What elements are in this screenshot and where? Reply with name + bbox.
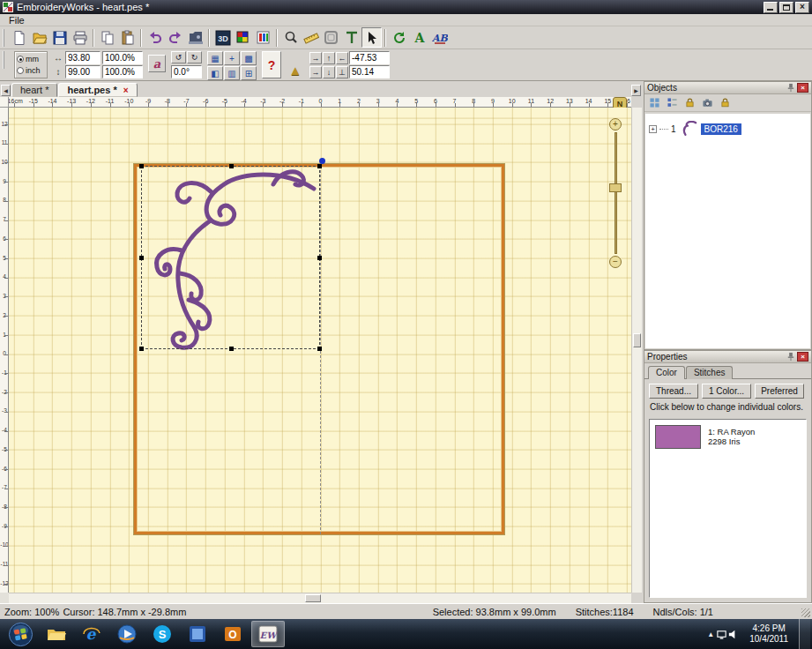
send-to-machine-button[interactable] <box>185 27 205 48</box>
align-bottom-button[interactable]: ⊥ <box>336 66 348 78</box>
selection-handle-tm[interactable] <box>229 164 234 168</box>
design-canvas[interactable]: + − <box>9 108 631 593</box>
zoom-in-button[interactable]: + <box>609 118 622 131</box>
selection-handle-tl[interactable] <box>139 164 144 168</box>
clock[interactable]: 4:26 PM 10/4/2011 <box>749 623 788 645</box>
print-button[interactable] <box>70 27 90 48</box>
color-list[interactable]: 1: RA Rayon 2298 Iris <box>649 419 807 598</box>
zoom-slider-track[interactable] <box>615 132 617 254</box>
tab-scroll-left-button[interactable]: ◀ <box>1 85 11 96</box>
open-file-button[interactable] <box>29 27 49 48</box>
grid-setup-button[interactable] <box>341 27 361 48</box>
height-input[interactable] <box>65 65 101 78</box>
color-swatch[interactable] <box>655 425 701 449</box>
list-view-button[interactable] <box>664 96 680 110</box>
undo-button[interactable] <box>145 27 165 48</box>
refresh-button[interactable] <box>389 27 409 48</box>
height-percent-input[interactable] <box>102 65 143 78</box>
objects-panel-close-button[interactable]: × <box>797 83 808 93</box>
outlook-taskbar-button[interactable]: O <box>216 621 250 647</box>
object-item-row[interactable]: + 1 BOR216 <box>649 121 810 137</box>
skype-taskbar-button[interactable]: S <box>145 621 179 647</box>
menu-file[interactable]: File <box>4 15 30 26</box>
3d-view-button[interactable]: 3D <box>212 27 233 48</box>
start-button[interactable] <box>6 620 34 648</box>
copy-button[interactable] <box>97 27 117 48</box>
position-y-input[interactable] <box>349 65 390 78</box>
horizontal-scrollbar-thumb[interactable] <box>305 594 321 602</box>
zoom-slider-handle[interactable] <box>609 183 622 192</box>
color-film-button[interactable] <box>253 27 273 48</box>
show-hidden-icons-button[interactable]: ▲ <box>705 630 716 638</box>
save-file-button[interactable] <box>49 27 70 48</box>
internet-explorer-taskbar-button[interactable]: e <box>75 621 108 647</box>
stitch-view-button[interactable]: ▦ <box>207 51 223 65</box>
position-x-input[interactable] <box>349 51 390 64</box>
vertical-scrollbar[interactable] <box>631 108 642 593</box>
expander-icon[interactable]: + <box>649 125 657 133</box>
contrast-view-button[interactable]: ◧ <box>207 66 223 80</box>
select-button[interactable] <box>361 27 382 48</box>
thread-button[interactable]: Thread... <box>649 384 698 399</box>
toolbar-grip[interactable] <box>3 29 6 47</box>
unit-inch-radio[interactable]: inch <box>17 66 45 75</box>
resize-grip[interactable] <box>801 608 810 617</box>
rotation-handle[interactable] <box>319 158 325 164</box>
explorer-taskbar-button[interactable] <box>40 621 73 647</box>
frame-view-button[interactable]: ⊞ <box>241 66 257 80</box>
network-tray-icon[interactable] <box>716 629 727 640</box>
width-input[interactable] <box>65 51 101 64</box>
selection-handle-ml[interactable] <box>139 256 144 260</box>
monogram-button[interactable]: AB <box>429 27 450 48</box>
properties-panel-close-button[interactable]: × <box>797 352 808 362</box>
new-file-button[interactable] <box>9 27 29 48</box>
unit-mm-radio[interactable]: mm <box>17 55 45 63</box>
pin-icon[interactable] <box>786 352 795 362</box>
color-row[interactable]: 1: RA Rayon 2298 Iris <box>655 425 801 449</box>
restore-button[interactable] <box>779 2 793 13</box>
unlock-all-button[interactable] <box>717 96 733 110</box>
one-color-button[interactable]: 1 Color... <box>702 384 751 399</box>
selection-box[interactable] <box>141 166 320 349</box>
thumbnail-view-button[interactable] <box>646 96 662 110</box>
minimize-button[interactable] <box>764 2 778 13</box>
tab-stitches[interactable]: Stitches <box>686 366 734 379</box>
grid-toggle-button[interactable]: ▩ <box>241 51 257 65</box>
mesh-view-button[interactable]: ▥ <box>224 66 240 80</box>
lettering-button[interactable]: A <box>409 27 429 48</box>
design-check-button[interactable]: ? <box>262 51 281 78</box>
rotate-ccw-button[interactable]: ↺ <box>171 51 186 63</box>
measure-button[interactable] <box>301 27 321 48</box>
nudge-down-button[interactable]: ↓ <box>323 66 335 78</box>
angle-input[interactable] <box>171 65 202 78</box>
selection-handle-bm[interactable] <box>229 347 234 351</box>
zoom-out-button[interactable]: − <box>609 256 622 268</box>
paste-button[interactable] <box>117 27 138 48</box>
horizontal-scrollbar[interactable] <box>9 593 631 603</box>
selection-handle-mr[interactable] <box>317 256 322 260</box>
show-desktop-button[interactable] <box>799 619 810 649</box>
thread-colors-button[interactable] <box>233 27 253 48</box>
embroideryworks-taskbar-button[interactable]: EW <box>251 621 285 647</box>
snapshot-button[interactable] <box>699 96 715 110</box>
toolbar-grip[interactable] <box>3 51 6 69</box>
tab-close-icon[interactable]: × <box>123 86 129 95</box>
preferred-button[interactable]: Preferred <box>755 384 804 399</box>
redo-button[interactable] <box>165 27 185 48</box>
rotate-cw-button[interactable]: ↻ <box>187 51 202 63</box>
pin-icon[interactable] <box>786 83 795 93</box>
hoop-button[interactable] <box>321 27 341 48</box>
media-player-taskbar-button[interactable] <box>110 621 144 647</box>
tab-heart-pes[interactable]: heart.pes *× <box>58 83 137 97</box>
skew-button[interactable]: a <box>148 55 166 72</box>
zoom-button[interactable] <box>280 27 301 48</box>
vertical-scrollbar-thumb[interactable] <box>633 333 641 347</box>
tab-scroll-right-button[interactable]: ▶ <box>631 85 641 96</box>
selection-handle-br[interactable] <box>317 347 322 351</box>
volume-tray-icon[interactable] <box>727 629 739 640</box>
selection-handle-bl[interactable] <box>139 347 144 351</box>
selection-handle-tr[interactable] <box>317 164 322 168</box>
width-percent-input[interactable] <box>102 51 143 64</box>
align-right-button[interactable]: → <box>309 52 322 64</box>
nudge-right-button[interactable]: → <box>309 66 322 78</box>
